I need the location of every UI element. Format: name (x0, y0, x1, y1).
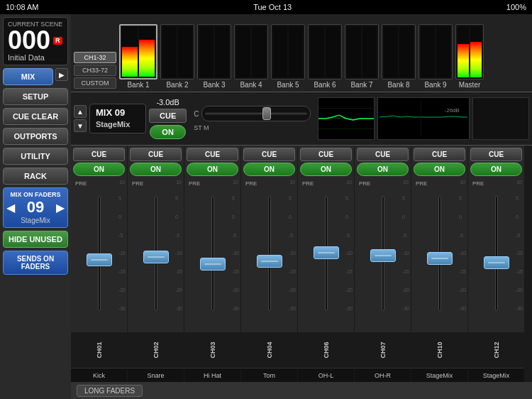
ch04-cue-button[interactable]: CUE (243, 148, 295, 161)
channel-strip-ch06: CUE ON PRE 10 5 0 (298, 146, 355, 382)
bank-7[interactable]: Bank 7 (345, 24, 379, 89)
rack-button[interactable]: RACK (3, 168, 68, 185)
mix-cue-button[interactable]: CUE (149, 109, 187, 123)
channel-strip-ch10: CUE ON PRE 10 5 0 (411, 146, 468, 382)
ch1-32-button[interactable]: CH1-32 (74, 52, 116, 63)
ch04-fader-track (268, 196, 271, 311)
channels: CUE ON PRE 10 5 (71, 146, 532, 382)
ch04-fader-thumb[interactable] (257, 255, 282, 268)
hide-unused-button[interactable]: HIDE UNUSED (3, 231, 68, 248)
outports-button[interactable]: OUTPORTS (3, 128, 68, 145)
ch06-id-label: CH06 (322, 341, 329, 358)
ch01-on-button[interactable]: ON (73, 163, 125, 176)
ch02-top: CUE ON (128, 146, 184, 178)
mix-nav: ◀ 09 ▶ (6, 198, 65, 217)
ch04-on-button[interactable]: ON (243, 163, 295, 176)
ch07-cue-button[interactable]: CUE (357, 148, 409, 161)
ch03-name: Hi Hat (204, 372, 221, 379)
ch07-on-button[interactable]: ON (357, 163, 409, 176)
ch01-cue-button[interactable]: CUE (73, 148, 125, 161)
bank-master[interactable]: Master (455, 24, 484, 89)
mix-on-button[interactable]: ON (150, 125, 186, 139)
bank-4[interactable]: Bank 4 (234, 24, 268, 89)
bank-1-bar-1 (122, 27, 138, 77)
mix-prev-arrow[interactable]: ◀ (6, 201, 15, 214)
ch12-name-strip: StageMix (468, 368, 524, 382)
ch03-fader-thumb[interactable] (200, 258, 226, 270)
ch03-cue-button[interactable]: CUE (187, 148, 238, 161)
ch04-id-label: CH04 (265, 341, 272, 358)
bank-2[interactable]: Bank 2 (160, 24, 194, 89)
ch12-cue-button[interactable]: CUE (470, 148, 522, 161)
ch02-on-button[interactable]: ON (130, 163, 182, 176)
mix-strip-nav: ▲ ▼ (74, 105, 87, 132)
channel-strip-ch12: CUE ON PRE 10 5 0 (468, 146, 525, 382)
bank-9-meter (419, 24, 453, 80)
ch10-label-box: CH10 (411, 332, 467, 368)
ch07-fader-thumb[interactable] (370, 249, 396, 262)
ch03-id-label: CH03 (209, 341, 216, 358)
mix-arrow-right[interactable]: ▶ (55, 68, 68, 81)
ch02-fader-thumb[interactable] (143, 251, 169, 263)
ch10-fader-thumb[interactable] (427, 252, 453, 265)
ch03-label-box: CH03 (184, 332, 240, 368)
ch02-label-box: CH02 (128, 332, 184, 368)
ch01-pre-label: PRE (73, 180, 89, 187)
custom-button[interactable]: CUSTOM (74, 77, 116, 89)
sends-on-faders-button[interactable]: SENDS ON FADERS (3, 251, 68, 275)
ch33-72-button[interactable]: CH33-72 (74, 65, 116, 76)
ch06-cue-button[interactable]: CUE (300, 148, 352, 161)
stereo-label: ST M (194, 124, 209, 131)
mix-info-box: MIX 09 StageMix (89, 104, 146, 133)
ch02-cue-button[interactable]: CUE (130, 148, 182, 161)
bank-1-bar-2 (139, 27, 155, 77)
scene-number: 000 R (8, 28, 63, 53)
setup-button[interactable]: SETUP (3, 88, 68, 105)
mix-on-faders-label: MIX ON FADERS (6, 191, 65, 198)
bank-special: CH1-32 CH33-72 CUSTOM (74, 52, 116, 89)
bank-8[interactable]: Bank 8 (382, 24, 416, 89)
db-value: -3.0dB (156, 98, 179, 106)
ch12-fader-thumb[interactable] (484, 256, 509, 269)
ch04-name-strip: Tom (241, 368, 297, 382)
rec-badge: R (53, 37, 62, 45)
bank-3[interactable]: Bank 3 (197, 24, 231, 89)
ch03-pre-label: PRE (187, 180, 202, 187)
ch06-fader-thumb[interactable] (314, 246, 339, 259)
master-meter (455, 24, 484, 80)
bank-5[interactable]: Bank 5 (271, 24, 305, 89)
bank-6[interactable]: Bank 6 (308, 24, 342, 89)
channel-area: CUE ON PRE 10 5 (71, 146, 532, 382)
eq-display (318, 97, 375, 140)
bank-5-meter (271, 24, 305, 80)
bank-4-label: Bank 4 (240, 81, 262, 89)
extra-display (472, 97, 529, 140)
utility-button[interactable]: UTILITY (3, 148, 68, 165)
ch01-fader-thumb[interactable] (87, 253, 112, 266)
h-fader[interactable] (201, 106, 311, 121)
ch02-name-strip: Snare (128, 368, 184, 382)
ch12-name: StageMix (483, 372, 510, 379)
ch03-on-button[interactable]: ON (187, 163, 238, 176)
ch12-pre-label: PRE (470, 180, 486, 187)
mix-button[interactable]: MIX (3, 68, 53, 85)
bank-2-label: Bank 2 (166, 81, 188, 89)
ch03-name-strip: Hi Hat (184, 368, 240, 382)
ch12-on-button[interactable]: ON (470, 163, 522, 176)
mix-strip-up[interactable]: ▲ (74, 105, 87, 118)
ch10-on-button[interactable]: ON (414, 163, 465, 176)
ch01-scale-10: 10 (119, 180, 125, 187)
cue-clear-button[interactable]: CUE CLEAR (3, 108, 68, 125)
bank-9[interactable]: Bank 9 (419, 24, 453, 89)
mix-strip-down[interactable]: ▼ (74, 119, 87, 132)
ch10-cue-button[interactable]: CUE (414, 148, 465, 161)
ch06-label-box: CH06 (298, 332, 354, 368)
ch06-on-button[interactable]: ON (300, 163, 352, 176)
mix-next-arrow[interactable]: ▶ (56, 201, 65, 214)
channel-strip-ch02: CUE ON PRE 10 5 0 (128, 146, 184, 382)
bank-1[interactable]: Bank 1 (119, 24, 157, 89)
h-fader-thumb[interactable] (262, 107, 271, 120)
ch10-pre-label: PRE (414, 180, 429, 187)
long-faders-button[interactable]: LONG FADERS (77, 385, 143, 397)
bank-4-meter (234, 24, 268, 80)
